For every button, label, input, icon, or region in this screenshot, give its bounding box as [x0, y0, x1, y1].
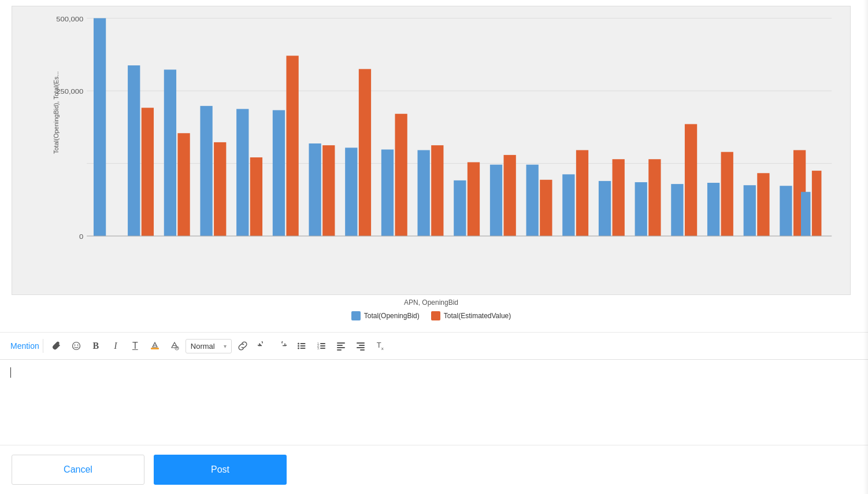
- link-button[interactable]: [234, 337, 251, 355]
- svg-rect-20: [345, 148, 357, 236]
- align-right-icon: [356, 341, 365, 351]
- attach-icon: [52, 341, 61, 351]
- svg-rect-41: [721, 152, 733, 236]
- svg-rect-14: [236, 109, 248, 236]
- svg-text:250,000: 250,000: [56, 88, 83, 95]
- paint-icon: [170, 341, 179, 351]
- legend-red-label: Total(EstimatedValue): [444, 312, 511, 320]
- svg-rect-18: [309, 143, 321, 236]
- svg-rect-9: [142, 108, 154, 236]
- clear-format-button[interactable]: Tx: [372, 337, 389, 355]
- highlight-icon: [150, 341, 159, 351]
- x-axis-label: APN, OpeningBid: [12, 298, 851, 307]
- svg-rect-35: [613, 159, 625, 236]
- footer-buttons: Cancel Post: [0, 445, 868, 494]
- svg-rect-17: [286, 56, 298, 236]
- svg-rect-23: [395, 114, 407, 236]
- svg-rect-10: [164, 69, 176, 236]
- legend-blue-label: Total(OpeningBid): [364, 312, 420, 320]
- undo-icon: [258, 341, 267, 351]
- editor-content-area[interactable]: [0, 360, 868, 445]
- svg-point-72: [74, 345, 75, 346]
- chart-area: Total(OpeningBid), Total(Es... 500,000 2…: [0, 0, 868, 333]
- svg-rect-24: [418, 150, 430, 237]
- svg-rect-12: [200, 106, 212, 236]
- undo-button[interactable]: [254, 337, 271, 355]
- cancel-button[interactable]: Cancel: [12, 455, 144, 485]
- svg-rect-96: [359, 345, 365, 346]
- svg-point-81: [298, 348, 299, 349]
- bullet-list-button[interactable]: [293, 337, 310, 355]
- svg-rect-89: [320, 345, 325, 346]
- svg-rect-36: [635, 182, 647, 236]
- svg-rect-98: [360, 349, 365, 351]
- underline-button[interactable]: T: [127, 337, 144, 355]
- format-dropdown[interactable]: Normal ▾: [186, 339, 232, 353]
- underline-icon: T: [132, 341, 138, 351]
- svg-point-79: [298, 343, 299, 345]
- format-dropdown-value: Normal: [191, 342, 215, 351]
- svg-rect-31: [540, 180, 552, 236]
- ordered-list-button[interactable]: 1. 2. 3.: [313, 337, 330, 355]
- post-button[interactable]: Post: [154, 455, 287, 485]
- svg-rect-7: [94, 18, 106, 236]
- svg-rect-29: [504, 155, 516, 236]
- svg-point-78: [176, 348, 177, 349]
- chevron-down-icon: ▾: [224, 343, 227, 349]
- svg-rect-47: [812, 171, 822, 236]
- svg-point-73: [77, 345, 78, 346]
- svg-rect-8: [128, 65, 140, 236]
- mention-button[interactable]: Mention: [7, 339, 43, 353]
- svg-rect-34: [599, 181, 611, 236]
- highlight-button[interactable]: [146, 337, 164, 355]
- align-left-button[interactable]: [332, 337, 350, 355]
- svg-rect-84: [300, 348, 305, 349]
- svg-rect-39: [685, 124, 697, 237]
- svg-text:3.: 3.: [317, 346, 320, 350]
- svg-rect-21: [359, 69, 371, 236]
- redo-icon: [277, 341, 287, 351]
- editor-toolbar: Mention B I T: [0, 333, 868, 360]
- bold-button[interactable]: B: [87, 337, 105, 355]
- bullet-list-icon: [297, 341, 306, 351]
- legend-red: Total(EstimatedValue): [431, 311, 511, 320]
- main-container: Total(OpeningBid), Total(Es... 500,000 2…: [0, 0, 868, 494]
- y-axis-label: Total(OpeningBid), Total(Es...: [53, 71, 60, 154]
- svg-rect-16: [273, 110, 285, 236]
- emoji-button[interactable]: [68, 337, 85, 355]
- svg-text:0: 0: [79, 233, 83, 241]
- svg-rect-28: [490, 165, 502, 236]
- chart-svg-container: 500,000 250,000 0: [53, 12, 839, 248]
- svg-rect-97: [357, 347, 365, 348]
- italic-button[interactable]: I: [107, 337, 124, 355]
- svg-rect-82: [300, 343, 305, 344]
- svg-rect-32: [562, 174, 574, 236]
- emoji-icon: [72, 341, 81, 351]
- text-cursor: [10, 367, 11, 378]
- svg-point-80: [298, 345, 299, 347]
- bold-icon: B: [92, 341, 99, 351]
- ordered-list-icon: 1. 2. 3.: [317, 341, 326, 351]
- chart-legend: Total(OpeningBid) Total(EstimatedValue): [12, 311, 851, 320]
- svg-rect-15: [250, 157, 262, 236]
- svg-rect-95: [357, 342, 365, 344]
- svg-rect-90: [320, 348, 325, 349]
- svg-rect-83: [300, 345, 305, 346]
- link-icon: [238, 341, 247, 351]
- align-left-icon: [336, 341, 346, 351]
- legend-red-color: [431, 311, 440, 320]
- svg-rect-27: [468, 162, 480, 236]
- svg-rect-93: [337, 347, 345, 348]
- align-right-button[interactable]: [352, 337, 369, 355]
- svg-rect-13: [214, 142, 226, 236]
- clear-format-icon: Tx: [377, 341, 384, 351]
- paint-button[interactable]: [166, 337, 183, 355]
- svg-rect-74: [151, 348, 159, 349]
- svg-rect-43: [757, 173, 769, 236]
- redo-button[interactable]: [273, 337, 291, 355]
- svg-rect-94: [337, 349, 342, 351]
- svg-rect-42: [744, 185, 756, 236]
- attach-button[interactable]: [48, 337, 65, 355]
- svg-rect-38: [671, 184, 683, 236]
- chart-svg: 500,000 250,000 0: [53, 12, 839, 248]
